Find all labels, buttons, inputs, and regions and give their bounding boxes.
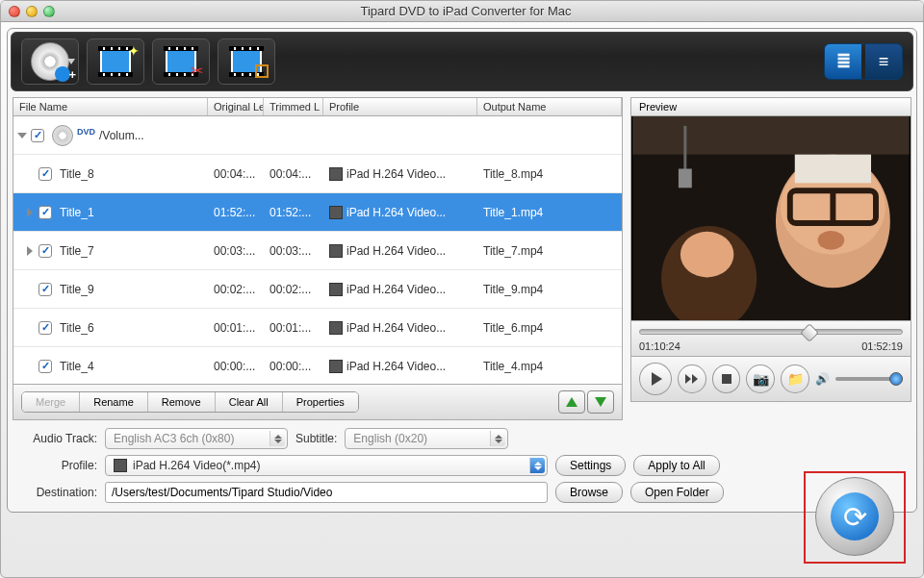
- checkbox[interactable]: ✓: [38, 360, 52, 373]
- trim-button[interactable]: ✂: [152, 38, 210, 85]
- svg-rect-1: [632, 116, 909, 155]
- trimmed-length: 00:04:...: [264, 167, 323, 181]
- disclosure-icon[interactable]: [27, 208, 33, 217]
- playback-controls: 📷 📁 🔊: [630, 357, 911, 402]
- seek-slider[interactable]: [639, 329, 903, 335]
- checkbox[interactable]: ✓: [31, 129, 44, 142]
- properties-button[interactable]: Properties: [283, 392, 358, 412]
- file-name: Title_4: [60, 360, 94, 373]
- play-icon: [652, 372, 662, 386]
- volume-thumb[interactable]: [889, 372, 903, 386]
- checkbox[interactable]: ✓: [38, 206, 52, 219]
- trimmed-length: 00:03:...: [264, 244, 323, 258]
- output-name: Title_1.mp4: [477, 206, 622, 219]
- zoom-icon[interactable]: [43, 6, 55, 17]
- file-name: Title_6: [60, 321, 94, 335]
- clear-all-button[interactable]: Clear All: [216, 392, 283, 412]
- titlebar: Tipard DVD to iPad Converter for Mac: [1, 1, 923, 22]
- volume-slider[interactable]: [835, 377, 903, 381]
- view-list-button[interactable]: ≡: [865, 44, 902, 79]
- time-duration: 01:52:19: [861, 340, 903, 352]
- table-row[interactable]: ✓Title_700:03:...00:03:...iPad H.264 Vid…: [13, 232, 622, 270]
- volume-icon: 🔊: [815, 372, 830, 386]
- original-length: 00:03:...: [208, 244, 264, 258]
- profile-icon: [329, 244, 343, 258]
- convert-button[interactable]: ⟳: [815, 477, 894, 556]
- col-output-name[interactable]: Output Name: [477, 98, 622, 115]
- convert-icon: ⟳: [843, 500, 867, 534]
- file-list: ✓DVD/Volum...✓Title_800:04:...00:04:...i…: [13, 115, 623, 385]
- arrow-up-icon: [566, 397, 578, 407]
- settings-button[interactable]: Settings: [555, 455, 626, 476]
- play-button[interactable]: [639, 363, 672, 395]
- settings-panel: Audio Track: English AC3 6ch (0x80) Subt…: [16, 428, 908, 503]
- snapshot-button[interactable]: 📷: [746, 364, 775, 393]
- preview-player[interactable]: [630, 115, 911, 321]
- move-down-button[interactable]: [587, 390, 614, 414]
- output-name: Title_7.mp4: [477, 244, 622, 258]
- profile-text: iPad H.264 Video...: [346, 244, 446, 258]
- disclosure-icon[interactable]: [17, 133, 27, 138]
- close-icon[interactable]: [9, 6, 20, 17]
- parent-name: /Volum...: [99, 129, 144, 142]
- profile-select[interactable]: iPad H.264 Video(*.mp4): [105, 455, 548, 476]
- load-dvd-button[interactable]: +: [21, 38, 79, 85]
- table-row[interactable]: ✓Title_400:00:...00:00:...iPad H.264 Vid…: [13, 347, 622, 385]
- seek-thumb[interactable]: [800, 323, 819, 342]
- profile-text: iPad H.264 Video...: [346, 206, 446, 219]
- minimize-icon[interactable]: [26, 6, 38, 17]
- trimmed-length: 00:00:...: [264, 360, 323, 373]
- file-name: Title_9: [60, 283, 94, 296]
- table-row-parent[interactable]: ✓DVD/Volum...: [13, 116, 622, 155]
- svg-point-9: [680, 232, 733, 278]
- browse-button[interactable]: Browse: [555, 482, 623, 503]
- file-name: Title_1: [60, 206, 94, 219]
- stop-button[interactable]: [712, 364, 741, 393]
- move-up-button[interactable]: [558, 390, 585, 414]
- subtitle-select[interactable]: English (0x20): [345, 428, 508, 449]
- rename-button[interactable]: Rename: [80, 392, 148, 412]
- disclosure-icon[interactable]: [27, 246, 33, 256]
- audio-track-select[interactable]: English AC3 6ch (0x80): [105, 428, 288, 449]
- subtitle-label: Subtitle:: [295, 432, 337, 445]
- checkbox[interactable]: ✓: [38, 244, 52, 258]
- main-toolbar: + ✦ ✂ ≣ ≡: [11, 32, 913, 91]
- svg-rect-11: [679, 168, 692, 188]
- table-row[interactable]: ✓Title_900:02:...00:02:...iPad H.264 Vid…: [13, 270, 622, 309]
- output-name: Title_9.mp4: [477, 283, 622, 296]
- merge-button[interactable]: Merge: [22, 392, 80, 412]
- remove-button[interactable]: Remove: [148, 392, 216, 412]
- profile-text: iPad H.264 Video...: [346, 321, 446, 335]
- crop-button[interactable]: [218, 38, 275, 85]
- table-row[interactable]: ✓Title_800:04:...00:04:...iPad H.264 Vid…: [13, 155, 622, 193]
- table-row[interactable]: ✓Title_600:01:...00:01:...iPad H.264 Vid…: [13, 309, 622, 347]
- original-length: 01:52:...: [208, 206, 264, 219]
- view-detailed-button[interactable]: ≣: [825, 44, 861, 79]
- profile-text: iPad H.264 Video...: [346, 360, 446, 373]
- apply-all-button[interactable]: Apply to All: [633, 455, 719, 476]
- fast-forward-icon: [685, 374, 698, 384]
- snapshot-folder-button[interactable]: 📁: [781, 364, 809, 393]
- checkbox[interactable]: ✓: [38, 283, 52, 296]
- destination-input[interactable]: [105, 482, 548, 503]
- col-filename[interactable]: File Name: [13, 98, 208, 115]
- checkbox[interactable]: ✓: [38, 167, 52, 181]
- table-row[interactable]: ✓Title_101:52:...01:52:...iPad H.264 Vid…: [13, 193, 622, 232]
- checkbox[interactable]: ✓: [38, 321, 52, 335]
- profile-label: Profile:: [16, 459, 97, 472]
- profile-text: iPad H.264 Video...: [346, 283, 446, 296]
- original-length: 00:01:...: [208, 321, 264, 335]
- open-folder-button[interactable]: Open Folder: [630, 482, 724, 503]
- file-name: Title_8: [60, 167, 94, 181]
- col-trimmed-length[interactable]: Trimmed L: [264, 98, 323, 115]
- col-original-length[interactable]: Original Le: [208, 98, 264, 115]
- col-profile[interactable]: Profile: [323, 98, 477, 115]
- time-bar: 01:10:24 01:52:19: [630, 321, 911, 357]
- profile-icon: [329, 360, 343, 373]
- svg-point-6: [818, 231, 845, 250]
- dvd-icon: [31, 42, 69, 81]
- fast-forward-button[interactable]: [678, 364, 706, 393]
- app-window: Tipard DVD to iPad Converter for Mac + ✦…: [0, 0, 924, 578]
- effect-button[interactable]: ✦: [87, 38, 144, 85]
- dvd-icon: [52, 125, 73, 146]
